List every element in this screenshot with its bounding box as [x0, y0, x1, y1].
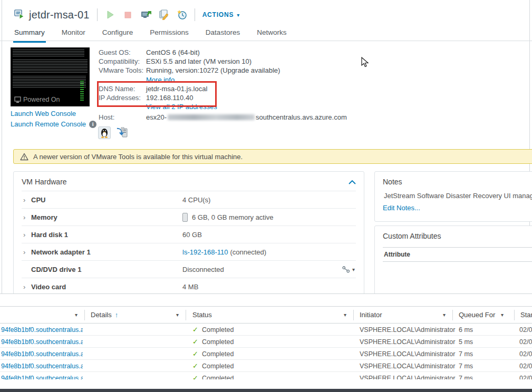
- column-menu-chevron[interactable]: ▾: [344, 307, 346, 323]
- terminal-green-column: [80, 81, 84, 102]
- tasks-col-target: [0, 307, 11, 323]
- tasks-header-row: ▾ Details ↑ ▾ Status ▾ Initiator ▾ Queue…: [0, 306, 532, 324]
- task-row[interactable]: 94fe8b1bf0.southcentralus.a... ✓Complete…: [0, 360, 532, 372]
- actions-menu-button[interactable]: ACTIONS ▾: [202, 11, 240, 18]
- task-status: Completed: [202, 362, 234, 370]
- tab-bar: Summary Monitor Configure Permissions Da…: [0, 26, 532, 41]
- left-pane-edge: [2, 0, 2, 293]
- tasks-col-initiator[interactable]: Initiator: [354, 307, 388, 323]
- hw-label: Hard disk 1: [31, 231, 68, 239]
- collapse-chevron-icon[interactable]: [349, 180, 356, 184]
- column-menu-chevron[interactable]: ▾: [176, 307, 179, 323]
- task-initiator: VSPHERE.LOCAL\Administrator: [360, 348, 455, 360]
- snapshot-icon[interactable]: [177, 9, 187, 20]
- tab-monitor[interactable]: Monitor: [61, 26, 86, 43]
- power-off-icon[interactable]: [123, 9, 133, 20]
- chevron-down-icon: ▾: [352, 267, 355, 272]
- vm-hardware-panel: VM Hardware › CPU 4 CPU(s) › Memory 6 GB…: [13, 171, 364, 308]
- task-initiator: VSPHERE.LOCAL\Administrator: [360, 324, 455, 336]
- custom-attributes-table: Attribute: [383, 247, 532, 262]
- column-menu-chevron[interactable]: ▾: [75, 307, 78, 323]
- page-title: jetdr-msa-01: [29, 9, 90, 21]
- vmware-tools-value: Running, version:10272 (Upgrade availabl…: [146, 66, 280, 74]
- task-row[interactable]: 94fe8b1bf0.southcentralus.a... ✓Complete…: [0, 336, 532, 348]
- task-row[interactable]: 94fe8b1bf0.southcentralus.a... ✓Complete…: [0, 348, 532, 360]
- hw-label: CPU: [31, 196, 45, 204]
- more-info-link[interactable]: More info: [146, 76, 175, 84]
- launch-remote-console-link[interactable]: Launch Remote Console: [11, 120, 86, 128]
- tab-datastores[interactable]: Datastores: [205, 26, 241, 43]
- task-start-time: 02/0: [519, 336, 532, 348]
- memory-value-text: 6 GB, 0 GB memory active: [192, 213, 274, 221]
- toolbar-divider: [97, 8, 98, 21]
- task-target-link[interactable]: 94fe8b1bf0.southcentralus.a...: [1, 362, 83, 370]
- completed-check-icon: ✓: [192, 338, 198, 346]
- column-separator: [452, 310, 453, 320]
- network-link[interactable]: ls-192-168-110: [182, 248, 228, 256]
- tab-configure[interactable]: Configure: [101, 26, 134, 43]
- vsphere-vm-summary-page: jetdr-msa-01: [0, 0, 532, 392]
- task-target-link[interactable]: 94fe8b1bf0.southcentralus.a...: [1, 350, 83, 358]
- hw-row-memory: › Memory 6 GB, 0 GB memory active: [22, 208, 356, 226]
- task-initiator: VSPHERE.LOCAL\Administrator: [360, 336, 455, 348]
- actions-label: ACTIONS: [202, 11, 234, 18]
- connect-device-icon: [342, 266, 350, 273]
- edit-notes-link[interactable]: Edit Notes...: [375, 202, 420, 212]
- column-separator: [186, 310, 186, 320]
- recent-tasks-pane: ▾ Details ↑ ▾ Status ▾ Initiator ▾ Queue…: [0, 293, 532, 392]
- vm-console-thumbnail[interactable]: Powered On: [11, 47, 90, 106]
- hw-value: 6 GB, 0 GB memory active: [182, 213, 274, 222]
- cddvd-connect-control[interactable]: ▾: [342, 266, 355, 273]
- details-header-label[interactable]: Details: [91, 311, 112, 319]
- expand-chevron-icon[interactable]: ›: [22, 213, 31, 221]
- expand-chevron-icon[interactable]: ›: [22, 248, 31, 256]
- task-start-time: 02/0: [519, 360, 532, 372]
- powered-on-overlay: Powered On: [14, 96, 60, 103]
- vm-header: jetdr-msa-01: [13, 7, 240, 23]
- compatibility-label: Compatibility:: [99, 57, 146, 65]
- task-row[interactable]: 94fe8b1bf0.southcentralus.a... ✓Complete…: [0, 372, 532, 379]
- notes-title: Notes: [383, 178, 402, 186]
- power-state-label: Powered On: [23, 96, 60, 103]
- expand-chevron-icon[interactable]: ›: [22, 283, 31, 291]
- info-icon[interactable]: i: [89, 121, 96, 128]
- mouse-cursor: [361, 57, 370, 71]
- guest-info-grid: Guest OS: CentOS 6 (64-bit) Compatibilit…: [99, 48, 347, 122]
- task-target-link[interactable]: 94fe8b1bf0.southcentralus.a...: [1, 338, 83, 346]
- task-queued-for: 6 ms: [459, 324, 473, 336]
- task-queued-for: 5 ms: [459, 336, 473, 348]
- monitor-icon: [14, 96, 21, 103]
- task-target-link[interactable]: 94fe8b1bf0.southcentralus.a...: [1, 375, 83, 380]
- completed-check-icon: ✓: [192, 374, 198, 379]
- task-target-link[interactable]: 94fe8b1bf0.southcentralus.a...: [1, 326, 83, 334]
- notes-text: JetStream Software Disaster Recovery UI …: [375, 191, 532, 202]
- hw-label: Video card: [31, 283, 66, 291]
- tasks-col-queued-for[interactable]: Queued For: [453, 307, 500, 323]
- launch-console-icon[interactable]: [141, 9, 151, 20]
- task-row[interactable]: 94fe8b1bf0.southcentralus.a... ✓Complete…: [0, 324, 532, 336]
- tasks-col-start[interactable]: Start: [515, 307, 532, 323]
- power-on-icon[interactable]: [105, 9, 115, 20]
- column-menu-chevron[interactable]: ▾: [501, 307, 504, 323]
- vmware-tools-warning-banner: A newer version of VMware Tools is avail…: [13, 149, 532, 164]
- tasks-rows-viewport: 94fe8b1bf0.southcentralus.a... ✓Complete…: [0, 324, 532, 379]
- column-menu-chevron[interactable]: ▾: [443, 307, 446, 323]
- tasks-col-status[interactable]: Status: [187, 307, 217, 323]
- view-all-ips-link[interactable]: View all 2 IP addresses: [146, 103, 217, 111]
- launch-web-console-link[interactable]: Launch Web Console: [11, 110, 76, 117]
- tasks-col-details: Details ↑: [85, 307, 123, 323]
- edit-settings-icon[interactable]: [159, 9, 169, 20]
- tab-networks[interactable]: Networks: [256, 26, 287, 43]
- task-start-time: 02/0: [519, 372, 532, 379]
- tab-summary[interactable]: Summary: [13, 26, 46, 43]
- expand-chevron-icon[interactable]: ›: [22, 231, 31, 239]
- hw-label: CD/DVD drive 1: [31, 266, 81, 273]
- memory-chip-icon: [182, 213, 188, 222]
- bottom-status-bar: [0, 389, 532, 392]
- expand-chevron-icon[interactable]: ›: [22, 196, 31, 204]
- column-separator: [84, 310, 85, 320]
- host-prefix: esx20-: [146, 113, 167, 121]
- compatibility-value: ESXi 5.5 and later (VM version 10): [146, 57, 252, 65]
- tab-permissions[interactable]: Permissions: [149, 26, 190, 43]
- task-status: Completed: [202, 375, 234, 380]
